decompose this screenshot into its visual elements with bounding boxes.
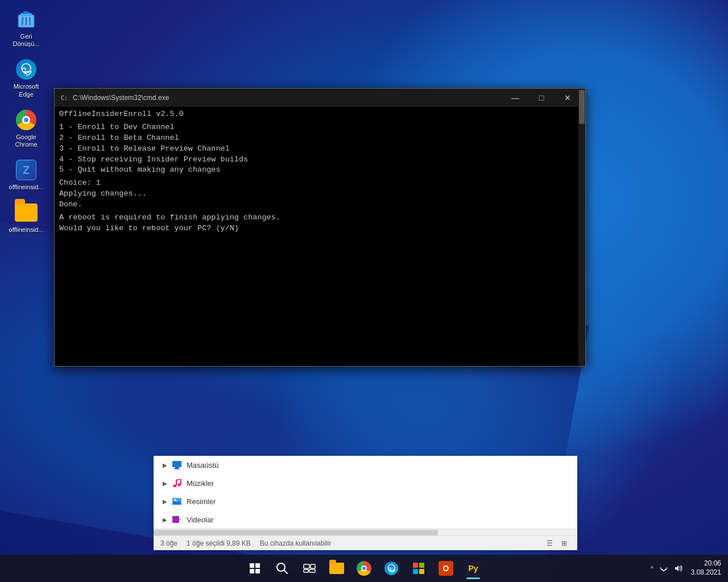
fe-status-info: 3 öğe 1 öğe seçildi 9,89 KB Bu cihazda k… xyxy=(160,539,331,547)
offlineinsider-exe-label: offlineinsid... xyxy=(9,184,44,191)
taskbar-edge-button[interactable] xyxy=(379,556,404,581)
edge-label: Microsoft Edge xyxy=(7,83,46,98)
svg-rect-8 xyxy=(172,461,181,467)
cmd-line-10: Choice: 1 xyxy=(59,178,581,189)
cmd-line-16: Would you like to reboot your PC? (y/N) xyxy=(59,223,581,234)
desktop-icon-area: Geri Dönüşü... Microsoft Edge xyxy=(5,6,48,236)
taskbar-file-explorer-button[interactable] xyxy=(324,556,349,581)
desktop: Geri Dönüşü... Microsoft Edge xyxy=(0,0,728,582)
cmd-line-13: Done. xyxy=(59,199,581,210)
fe-arrow-videos: ▶ xyxy=(160,515,169,524)
tray-volume-icon[interactable] xyxy=(672,562,685,575)
cmd-line-4: 2 - Enroll to Beta Channel xyxy=(59,133,581,144)
file-explorer-panel: ▶ Masaüstü ▶ xyxy=(154,456,577,550)
fe-item-music[interactable]: ▶ Müzikler xyxy=(154,474,577,492)
cmd-line-12: Applying changes... xyxy=(59,189,581,199)
cmd-maximize-button[interactable]: □ xyxy=(528,89,555,107)
cmd-output[interactable]: OfflineInsiderEnroll v2.5.0 1 - Enroll t… xyxy=(55,107,585,366)
cmd-line-8: 5 - Quit without making any changes xyxy=(59,165,581,176)
fe-videos-label: Videolar xyxy=(187,516,213,524)
fe-item-pictures[interactable]: ▶ Resimler xyxy=(154,492,577,510)
svg-point-12 xyxy=(178,484,181,487)
fe-music-icon xyxy=(172,478,182,488)
fe-arrow-music: ▶ xyxy=(160,479,169,488)
cmd-icon: C: xyxy=(59,93,68,102)
tray-expand-button[interactable]: ^ xyxy=(648,563,656,574)
store-icon xyxy=(412,562,425,575)
svg-rect-29 xyxy=(419,569,424,574)
svg-rect-10 xyxy=(174,468,180,469)
cmd-title: C:\Windows\System32\cmd.exe xyxy=(73,94,502,102)
fe-arrow-desktop: ▶ xyxy=(160,460,169,469)
desktop-icon-offlineinsider-folder[interactable]: offlineinsid... xyxy=(5,199,48,236)
svg-rect-13 xyxy=(176,480,177,486)
taskbar-search-button[interactable] xyxy=(270,556,295,581)
cmd-line-1: OfflineInsiderEnroll v2.5.0 xyxy=(59,109,581,120)
svg-rect-2 xyxy=(23,11,29,14)
desktop-icon-offlineinsider-exe[interactable]: Z offlineinsid... xyxy=(5,156,48,193)
fe-statusbar: 3 öğe 1 öğe seçildi 9,89 KB Bu cihazda k… xyxy=(154,535,577,550)
fe-list-view-button[interactable]: ☰ xyxy=(543,537,556,550)
fe-desktop-icon xyxy=(172,460,182,470)
fe-availability: Bu cihazda kullanılabilir xyxy=(260,539,331,547)
system-clock[interactable]: 20:06 3.08.2021 xyxy=(691,559,721,577)
cmd-titlebar[interactable]: C: C:\Windows\System32\cmd.exe — □ ✕ xyxy=(55,89,585,107)
svg-text:C:: C: xyxy=(61,95,68,101)
fe-view-controls: ☰ ⊞ xyxy=(543,537,570,550)
taskbar-chrome-button[interactable] xyxy=(351,556,377,581)
windows-logo-icon xyxy=(250,563,260,573)
svg-rect-23 xyxy=(311,564,315,568)
recycle-bin-icon xyxy=(15,8,38,31)
fe-item-videos[interactable]: ▶ Videolar xyxy=(154,510,577,529)
fe-videos-icon xyxy=(172,514,182,525)
system-tray: ^ xyxy=(648,562,685,575)
svg-line-15 xyxy=(176,479,180,480)
svg-point-30 xyxy=(663,570,664,571)
svg-line-3 xyxy=(22,17,23,25)
svg-rect-28 xyxy=(413,569,418,574)
tray-network-icon[interactable] xyxy=(657,562,671,575)
taskbar: O Py ^ xyxy=(0,555,728,582)
chrome-taskbar-icon xyxy=(357,561,371,576)
taskbar-start-button[interactable] xyxy=(242,556,267,581)
taskbar-store-button[interactable] xyxy=(406,556,431,581)
cmd-scrollbar-thumb xyxy=(579,107,585,124)
cmd-line-7: 4 - Stop receiving Insider Preview build… xyxy=(59,155,581,165)
taskbar-office-button[interactable]: O xyxy=(433,556,458,581)
file-explorer-icon xyxy=(329,563,344,574)
taskbar-tray: ^ xyxy=(648,559,721,577)
chrome-icon xyxy=(15,109,38,131)
taskbar-center-items: O Py xyxy=(242,556,486,581)
taskbar-task-view-button[interactable] xyxy=(297,556,322,581)
offlineinsider-folder-label: offlineinsid... xyxy=(9,226,44,234)
fe-desktop-label: Masaüstü xyxy=(187,461,218,469)
svg-rect-14 xyxy=(180,479,181,485)
cmd-line-5: 3 - Enroll to Release Preview Channel xyxy=(59,144,581,155)
cmd-line-15: A reboot is required to finish applying … xyxy=(59,213,581,223)
svg-rect-26 xyxy=(413,563,418,568)
cmd-close-button[interactable]: ✕ xyxy=(555,89,581,107)
fe-grid-view-button[interactable]: ⊞ xyxy=(558,537,570,550)
desktop-icon-edge[interactable]: Microsoft Edge xyxy=(5,56,48,100)
fe-pictures-label: Resimler xyxy=(187,497,216,506)
fe-arrow-pictures: ▶ xyxy=(160,497,169,506)
svg-line-21 xyxy=(284,570,287,573)
desktop-icon-chrome[interactable]: Google Chrome xyxy=(5,106,48,151)
terminal-icon: Py xyxy=(466,561,481,576)
cmd-minimize-button[interactable]: — xyxy=(502,89,528,107)
svg-line-5 xyxy=(30,17,30,25)
fe-music-label: Müzikler xyxy=(187,479,214,488)
search-icon xyxy=(276,562,288,575)
fe-item-desktop[interactable]: ▶ Masaüstü xyxy=(154,456,577,474)
fe-scrollbar-horizontal[interactable] xyxy=(154,529,577,535)
cmd-scrollbar[interactable] xyxy=(578,107,585,366)
taskbar-terminal-button[interactable]: Py xyxy=(461,556,486,581)
fe-selected-info: 1 öğe seçildi 9,89 KB xyxy=(187,539,251,547)
task-view-icon xyxy=(303,562,316,575)
fe-scrollbar-thumb-h xyxy=(154,530,438,535)
desktop-icon-recycle-bin[interactable]: Geri Dönüşü... xyxy=(5,6,48,50)
svg-marker-19 xyxy=(179,518,181,521)
edge-icon xyxy=(15,58,38,81)
clock-date: 3.08.2021 xyxy=(691,568,721,577)
svg-rect-22 xyxy=(304,564,309,568)
